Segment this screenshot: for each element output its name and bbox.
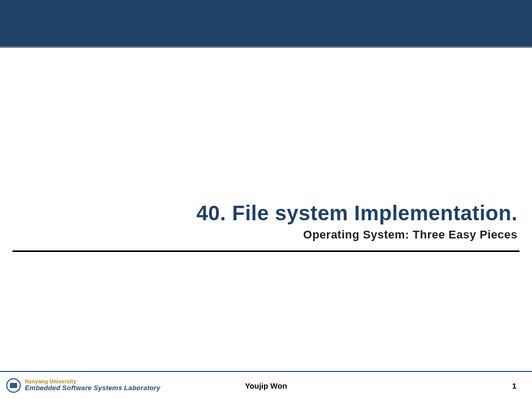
title-block: 40. File system Implementation. Operatin… (196, 202, 517, 242)
title-underline (12, 250, 520, 252)
logo-block: Hanyang University Embedded Software Sys… (0, 378, 161, 393)
slide-subtitle: Operating System: Three Easy Pieces (196, 228, 517, 242)
logo-text: Hanyang University Embedded Software Sys… (25, 379, 161, 392)
university-seal-icon (6, 378, 21, 393)
slide-title: 40. File system Implementation. (196, 202, 517, 225)
lab-name: Embedded Software Systems Laboratory (25, 384, 161, 392)
page-number: 1 (512, 381, 516, 390)
header-band (0, 0, 532, 48)
footer: Hanyang University Embedded Software Sys… (0, 372, 532, 399)
author-name: Youjip Won (245, 381, 287, 390)
